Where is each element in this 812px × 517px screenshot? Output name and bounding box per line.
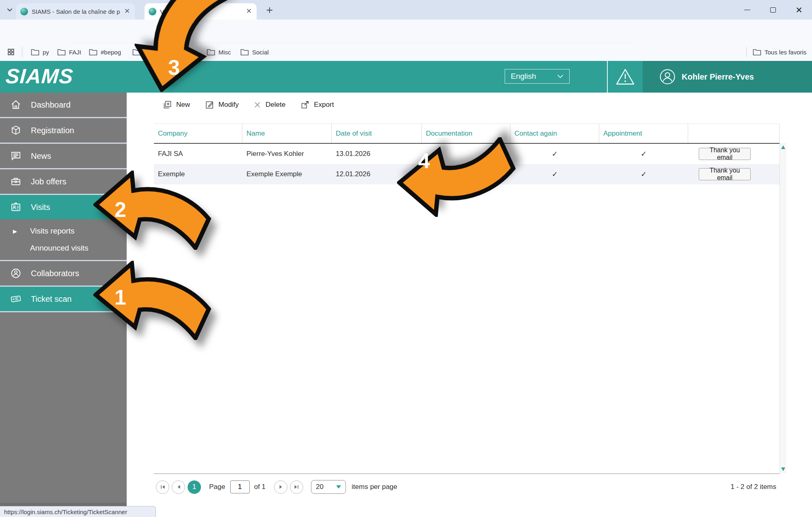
cell-contact-again-check: ✓ xyxy=(510,144,599,164)
folder-icon xyxy=(57,49,66,56)
current-page-button[interactable]: 1 xyxy=(188,480,201,494)
x-icon xyxy=(253,101,261,109)
siams-favicon-icon xyxy=(20,8,28,15)
alerts-button[interactable] xyxy=(615,67,636,86)
last-page-icon xyxy=(294,485,299,489)
bookmark-folder-bepog[interactable]: #bepog xyxy=(89,47,121,57)
last-page-button[interactable] xyxy=(290,480,303,494)
new-button-label: New xyxy=(176,101,190,109)
next-page-icon xyxy=(279,485,283,489)
close-window-button[interactable]: ✕ xyxy=(786,0,812,19)
apps-grid-icon xyxy=(6,48,15,56)
tab-search-button[interactable] xyxy=(4,4,15,15)
step-number-3: 3 xyxy=(168,55,180,80)
briefcase-icon xyxy=(10,176,22,187)
avatar-icon xyxy=(659,68,676,85)
pagination-bar: 1 Page of 1 20 items per page 1 - 2 of 2… xyxy=(154,474,780,500)
sidebar-subitem-label: Announced visits xyxy=(30,244,89,253)
ticket-icon xyxy=(10,293,22,305)
cell-appointment-check: ✓ xyxy=(599,144,688,164)
bookmark-folder-faji[interactable]: FAJI xyxy=(57,47,81,57)
step-number-2: 2 xyxy=(114,197,126,222)
first-page-icon xyxy=(160,485,165,489)
page-size-select[interactable]: 20 xyxy=(311,480,346,494)
window-controls: ✕ xyxy=(734,0,812,19)
next-page-button[interactable] xyxy=(274,480,287,494)
grid-scrollbar[interactable] xyxy=(780,143,786,474)
home-icon xyxy=(10,99,22,110)
export-icon xyxy=(300,100,310,110)
maximize-button[interactable] xyxy=(760,0,786,19)
all-bookmarks-label: Tous les favoris xyxy=(764,49,806,56)
tab-strip: SIAMS - Salon de la chaîne de p ✕ Visits… xyxy=(0,0,812,19)
new-icon xyxy=(162,100,172,110)
page-size-value: 20 xyxy=(316,483,324,491)
sidebar-item-news[interactable]: News xyxy=(0,144,127,168)
close-icon: ✕ xyxy=(795,6,803,14)
page-of-label: of 1 xyxy=(254,483,266,491)
modify-button[interactable]: Modify xyxy=(205,100,239,110)
cell-name: Pierre-Yves Kohler xyxy=(242,144,332,164)
first-page-button[interactable] xyxy=(156,480,169,494)
folder-icon xyxy=(240,49,249,56)
folder-icon xyxy=(89,49,97,56)
items-range-label: 1 - 2 of 2 items xyxy=(731,483,776,491)
column-header-actions xyxy=(688,124,780,143)
bookmark-folder-py[interactable]: py xyxy=(31,47,49,57)
person-circle-icon xyxy=(10,268,22,279)
new-button[interactable]: New xyxy=(162,100,190,110)
bookmark-label: #bepog xyxy=(101,49,121,56)
export-button-label: Export xyxy=(314,101,334,109)
sidebar-subitem-label: Visits reports xyxy=(30,227,74,236)
page-number-input[interactable] xyxy=(230,480,250,493)
sidebar-item-label: Job offers xyxy=(31,177,66,186)
cell-appointment-check: ✓ xyxy=(599,164,688,184)
sidebar-item-dashboard[interactable]: Dashboard xyxy=(0,93,127,117)
step-number-1: 1 xyxy=(114,285,126,309)
thank-you-email-button[interactable]: Thank you email xyxy=(699,148,751,160)
scroll-down-icon[interactable] xyxy=(781,467,785,471)
sidebar-item-label: Visits xyxy=(31,203,50,212)
close-icon[interactable]: ✕ xyxy=(245,8,253,15)
bookmark-label: py xyxy=(43,49,49,56)
status-bar: https://login.siams.ch/Ticketing/TicketS… xyxy=(0,506,156,517)
caret-right-icon: ▶ xyxy=(13,228,19,234)
delete-button[interactable]: Delete xyxy=(253,101,285,109)
bookmark-label: Misc xyxy=(218,49,231,56)
cube-icon xyxy=(10,125,22,136)
bookmarks-divider xyxy=(22,47,22,57)
annotation-arrow-4 xyxy=(397,137,516,217)
sidebar-item-registration[interactable]: Registration xyxy=(0,118,127,143)
warning-icon xyxy=(615,68,635,86)
column-header-company[interactable]: Company xyxy=(154,124,242,143)
language-select[interactable]: English xyxy=(505,69,570,84)
export-button[interactable]: Export xyxy=(300,100,334,110)
tab-siams[interactable]: SIAMS - Salon de la chaîne de p ✕ xyxy=(16,3,135,19)
siams-logo: SIAMS xyxy=(5,64,74,88)
id-badge-icon xyxy=(10,201,22,213)
bookmarks-bar: py FAJI #bepog Too Misc Social Tous les … xyxy=(0,43,812,61)
apps-grid-button[interactable] xyxy=(6,47,15,57)
column-header-contact-again[interactable]: Contact again xyxy=(510,124,599,143)
close-icon[interactable]: ✕ xyxy=(123,8,131,15)
new-tab-button[interactable] xyxy=(265,5,274,15)
modify-button-label: Modify xyxy=(218,101,239,109)
news-icon xyxy=(10,150,22,162)
thank-you-email-button[interactable]: Thank you email xyxy=(699,168,751,180)
maximize-icon xyxy=(770,7,776,13)
column-header-name[interactable]: Name xyxy=(242,124,332,143)
delete-button-label: Delete xyxy=(266,101,285,109)
cell-name: Exemple Exemple xyxy=(242,164,332,184)
bookmarks-divider xyxy=(746,47,747,57)
all-bookmarks-button[interactable]: Tous les favoris xyxy=(753,47,806,57)
column-header-appointment[interactable]: Appointment xyxy=(599,124,688,143)
folder-icon xyxy=(753,49,761,56)
user-menu[interactable]: Kohler Pierre-Yves xyxy=(643,61,812,93)
bookmark-folder-social[interactable]: Social xyxy=(240,47,269,57)
scroll-up-icon[interactable] xyxy=(781,145,785,149)
header-divider xyxy=(607,61,608,93)
step-number-4: 4 xyxy=(418,149,430,173)
minimize-button[interactable] xyxy=(734,0,760,19)
folder-icon xyxy=(31,49,39,56)
previous-page-button[interactable] xyxy=(172,480,185,494)
